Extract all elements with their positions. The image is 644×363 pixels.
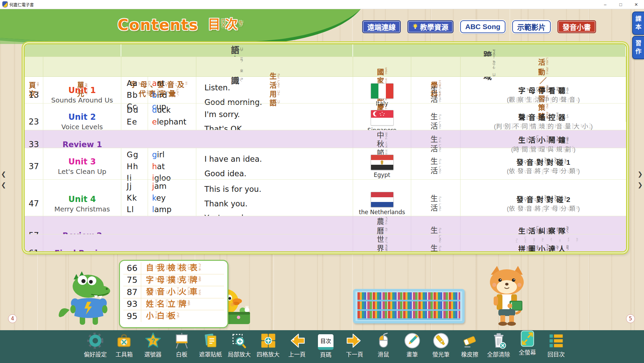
list-item-letter-cards[interactable]: 75 字ㄗˋ母ㄇㄨˇ撲ㄆㄨ克ㄎㄜˋ牌ㄆㄞˊ	[123, 274, 224, 286]
bookshelf-illustration	[353, 289, 465, 323]
tab-workbook[interactable]: 習作	[632, 36, 644, 59]
netherlands-flag	[371, 192, 394, 207]
highlighter-icon	[432, 332, 450, 349]
list-page-number: 87	[123, 287, 141, 297]
page-indicator-right: 5	[626, 314, 635, 323]
window-controls: – □ ✕	[597, 0, 644, 9]
window-titlebar: 何嘉仁電子書 – □ ✕	[0, 0, 644, 9]
extras-list: 66 自ㄗˋ我ㄨㄛˇ檢ㄐㄧㄢˇ核ㄏㄜˊ表ㄅㄧㄠˇ 75 字ㄗˋ母ㄇㄨˇ撲ㄆㄨ克ㄎ…	[119, 260, 228, 328]
abc-song-label: ABC Song	[465, 23, 500, 31]
list-page-number: 75	[123, 275, 141, 285]
quad-grid-icon	[259, 332, 277, 349]
contents-title-zh: 目ㄇㄨˋ次ㄘˋ	[208, 17, 243, 32]
quad-zoom-button[interactable]: 四格放大	[254, 332, 282, 359]
fullscreen-button[interactable]: 全螢幕	[513, 330, 542, 357]
unit-name: Unit 2	[68, 112, 96, 122]
minimize-button[interactable]: –	[597, 0, 613, 9]
close-button[interactable]: ✕	[628, 0, 644, 9]
chevron-left-icon: ❮	[1, 181, 6, 189]
unit-subtitle: Merry Christmas	[54, 205, 110, 213]
back-to-contents-button[interactable]: 回目次	[542, 332, 570, 359]
list-title: 字ㄗˋ母ㄇㄨˇ撲ㄆㄨ克ㄎㄜˋ牌ㄆㄞˊ	[141, 274, 200, 286]
number-picker-button[interactable]: ? 選號器	[139, 332, 167, 359]
review-spacer	[121, 234, 353, 252]
list-item-name-stand[interactable]: 93 姓ㄒㄧㄥˋ名ㄇㄧㄥˊ立ㄌㄧˋ牌ㄆㄞˊ	[123, 298, 224, 310]
page-number: 61	[25, 234, 43, 252]
eraser-icon	[461, 332, 478, 349]
list-page-number: 93	[123, 299, 141, 309]
next-page-edge-arrow[interactable]: ❯ ❯	[638, 171, 643, 189]
toolbox-icon	[115, 332, 133, 349]
unit-name: Unit 4	[68, 195, 96, 204]
lightbulb-icon	[413, 24, 418, 30]
table-row-review-2[interactable]: 57 Review 2 農ㄋㄨㄥˊ曆ㄌㄧˋ新ㄒㄧㄣ年ㄋㄧㄢˊ 生ㄕㄥ活ㄏㄨㄛˊ …	[25, 216, 626, 234]
mask-sticker-button[interactable]: 遮罩貼紙	[196, 332, 225, 359]
whiteboard-icon	[173, 332, 191, 349]
country-label: Egypt	[374, 172, 390, 178]
table-row-unit-3[interactable]: 37 Unit 3 Let's Clean Up Gg Hh Ii girlha…	[25, 148, 626, 179]
prev-page-button[interactable]: 上一頁	[283, 332, 311, 359]
fullscreen-icon	[519, 330, 536, 347]
prev-page-edge-arrow[interactable]: ❮ ❮	[1, 171, 6, 189]
unit-subtitle: Let's Clean Up	[58, 167, 106, 176]
pen-tool-button[interactable]: 畫筆	[398, 332, 426, 359]
review-name: Final Review	[54, 249, 110, 252]
toolbox-button[interactable]: 工具箱	[110, 332, 138, 359]
mouse-tool-button[interactable]: 滑鼠	[369, 332, 398, 359]
singapore-flag	[371, 110, 394, 126]
bookshelf-row	[357, 301, 460, 311]
chevron-right-icon: ❯	[638, 171, 643, 178]
next-page-button[interactable]: 下一頁	[340, 332, 369, 359]
list-title: 發ㄈㄚ音ㄧㄣ小ㄒㄧㄠˇ火ㄏㄨㄛˇ車ㄔㄜ	[141, 286, 200, 298]
remote-connect-label: 遠端連線	[367, 22, 396, 32]
remote-connect-button[interactable]: 遠端連線	[362, 20, 401, 33]
list-menu-icon	[547, 332, 565, 349]
abc-song-button[interactable]: ABC Song	[460, 20, 505, 33]
demo-video-button[interactable]: 示範影片	[512, 20, 551, 33]
table-row-review-1[interactable]: 33 Review 1 中ㄓㄨㄥ秋ㄑㄧㄡ節ㄐㄧㄝˊ 生ㄕㄥ活ㄏㄨㄛˊ 生ㄕㄥ活ㄏ…	[25, 130, 626, 148]
app-logo-icon	[3, 2, 7, 7]
unit-name: Unit 3	[68, 157, 96, 166]
list-title: 自ㄗˋ我ㄨㄛˇ檢ㄐㄧㄢˇ核ㄏㄜˊ表ㄅㄧㄠˇ	[141, 262, 200, 274]
page-indicator-left: 4	[8, 314, 17, 323]
table-row-unit-4[interactable]: 47 Unit 4 Merry Christmas Jj Kk Ll Mm ja…	[25, 179, 626, 216]
crocodile-mascot	[53, 265, 121, 326]
list-item-self-check[interactable]: 66 自ㄗˋ我ㄨㄛˇ檢ㄐㄧㄢˇ核ㄏㄜˊ表ㄅㄧㄠˇ	[123, 262, 224, 274]
tab-textbook[interactable]: 課本	[632, 12, 644, 35]
table-column-header: 頁ㄧㄝˋ次ㄘˋ 單ㄉㄢ元ㄩㄢˊ 字ㄗˋ母ㄇㄨˇ、發ㄈㄚ音ㄧㄣ及ㄐㄧˊ 代ㄉㄞˋ表…	[25, 56, 626, 77]
teaching-resources-button[interactable]: 教學資源	[407, 20, 453, 33]
gear-icon	[86, 332, 104, 349]
eraser-tool-button[interactable]: 橡皮擦	[455, 332, 484, 359]
list-title: 姓ㄒㄧㄥˋ名ㄇㄧㄥˊ立ㄌㄧˋ牌ㄆㄞˊ	[141, 298, 190, 310]
window-title: 何嘉仁電子書	[9, 2, 34, 7]
current-page-badge: 目次	[318, 334, 333, 350]
list-item-phonics-train[interactable]: 87 發ㄈㄚ音ㄧㄣ小ㄒㄧㄠˇ火ㄏㄨㄛˇ車ㄔㄜ	[123, 286, 224, 298]
phonics-book-button[interactable]: 發音小書	[558, 20, 596, 33]
phonics-book-label: 發音小書	[563, 22, 591, 32]
bottom-toolbar: 偏好設定 工具箱 ? 選號器	[0, 330, 644, 363]
top-button-row: 遠端連線 教學資源 ABC Song 示範影片 發音小書	[362, 20, 596, 33]
whiteboard-button[interactable]: 白板	[168, 332, 196, 359]
partial-zoom-button[interactable]: 局部放大	[225, 332, 253, 359]
unit-cell: Final Review	[43, 234, 121, 252]
table-row-unit-1[interactable]: 13 Unit 1 Sounds Around Us Aa Bb Cc antb…	[25, 77, 626, 103]
bookshelf-row	[357, 311, 460, 320]
zoom-area-icon	[230, 332, 248, 349]
list-item-mini-whiteboard[interactable]: 95 小ㄒㄧㄠˇ白ㄅㄞˊ板ㄅㄢˇ	[123, 310, 224, 322]
egypt-flag	[371, 155, 394, 170]
dog-mascot	[481, 265, 532, 328]
page-number-button[interactable]: 目次 頁碼	[312, 332, 340, 359]
arrow-right-icon	[346, 332, 363, 349]
clear-all-button[interactable]: 全部清除	[485, 332, 513, 359]
maximize-button[interactable]: □	[613, 0, 628, 9]
preferences-button[interactable]: 偏好設定	[81, 332, 109, 359]
italy-flag	[371, 83, 394, 99]
mouse-icon	[375, 332, 392, 349]
table-row-final-review[interactable]: 61 Final Review 世ㄕˋ界ㄐㄧㄝˋ地ㄉㄧˋ圖ㄊㄨˊ 生ㄕㄥ活ㄏㄨㄛ…	[25, 234, 626, 252]
svg-text:?: ?	[151, 337, 155, 344]
star-question-icon: ?	[144, 332, 162, 349]
arrow-left-icon	[288, 332, 306, 349]
country-label: the Netherlands	[359, 209, 405, 215]
table-row-unit-2[interactable]: 23 Unit 2 Voice Levels Dd Ee Ff duckelep…	[25, 103, 626, 130]
highlighter-tool-button[interactable]: 螢光筆	[427, 332, 455, 359]
